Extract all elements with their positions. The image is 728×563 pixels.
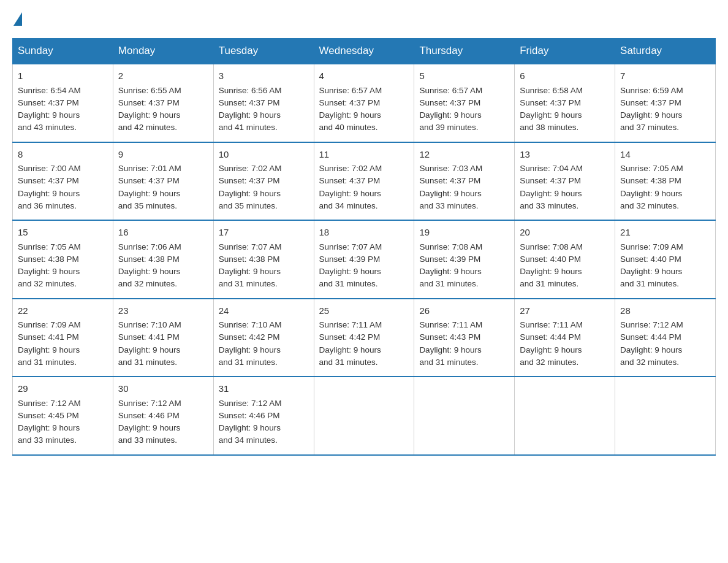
calendar-week-row: 8Sunrise: 7:00 AMSunset: 4:37 PMDaylight… — [13, 142, 716, 221]
day-number: 3 — [219, 69, 309, 83]
day-number: 25 — [319, 304, 409, 318]
calendar-cell — [615, 377, 716, 455]
day-number: 17 — [219, 226, 309, 240]
day-number: 29 — [18, 382, 108, 396]
calendar-cell: 20Sunrise: 7:08 AMSunset: 4:40 PMDayligh… — [515, 220, 615, 299]
day-number: 15 — [18, 226, 108, 240]
calendar-cell: 27Sunrise: 7:11 AMSunset: 4:44 PMDayligh… — [515, 299, 615, 377]
day-number: 9 — [118, 148, 208, 162]
calendar-week-row: 15Sunrise: 7:05 AMSunset: 4:38 PMDayligh… — [13, 220, 716, 299]
day-number: 18 — [319, 226, 409, 240]
calendar-cell: 15Sunrise: 7:05 AMSunset: 4:38 PMDayligh… — [13, 220, 113, 299]
day-number: 20 — [520, 226, 610, 240]
calendar-cell: 11Sunrise: 7:02 AMSunset: 4:37 PMDayligh… — [314, 142, 414, 221]
day-number: 21 — [620, 226, 710, 240]
calendar-cell: 30Sunrise: 7:12 AMSunset: 4:46 PMDayligh… — [113, 377, 213, 455]
day-number: 26 — [419, 304, 509, 318]
logo-triangle-icon — [13, 12, 22, 26]
calendar-cell — [414, 377, 515, 455]
day-number: 27 — [520, 304, 610, 318]
page-header — [12, 12, 716, 26]
calendar-header-sunday: Sunday — [13, 39, 113, 64]
calendar-cell: 1Sunrise: 6:54 AMSunset: 4:37 PMDaylight… — [13, 64, 113, 142]
calendar-cell: 16Sunrise: 7:06 AMSunset: 4:38 PMDayligh… — [113, 220, 213, 299]
day-number: 23 — [118, 304, 208, 318]
day-number: 7 — [620, 69, 710, 83]
calendar-header-friday: Friday — [515, 39, 615, 64]
calendar-cell: 3Sunrise: 6:56 AMSunset: 4:37 PMDaylight… — [213, 64, 314, 142]
calendar-cell: 12Sunrise: 7:03 AMSunset: 4:37 PMDayligh… — [414, 142, 515, 221]
calendar-week-row: 1Sunrise: 6:54 AMSunset: 4:37 PMDaylight… — [13, 64, 716, 142]
calendar-cell: 7Sunrise: 6:59 AMSunset: 4:37 PMDaylight… — [615, 64, 716, 142]
calendar-cell: 24Sunrise: 7:10 AMSunset: 4:42 PMDayligh… — [213, 299, 314, 377]
day-number: 6 — [520, 69, 610, 83]
calendar-cell: 18Sunrise: 7:07 AMSunset: 4:39 PMDayligh… — [314, 220, 414, 299]
day-number: 11 — [319, 148, 409, 162]
calendar-header-thursday: Thursday — [414, 39, 515, 64]
calendar-cell: 10Sunrise: 7:02 AMSunset: 4:37 PMDayligh… — [213, 142, 314, 221]
day-number: 19 — [419, 226, 509, 240]
day-number: 2 — [118, 69, 208, 83]
calendar-cell: 29Sunrise: 7:12 AMSunset: 4:45 PMDayligh… — [13, 377, 113, 455]
day-number: 16 — [118, 226, 208, 240]
calendar-cell — [515, 377, 615, 455]
calendar-week-row: 22Sunrise: 7:09 AMSunset: 4:41 PMDayligh… — [13, 299, 716, 377]
day-number: 30 — [118, 382, 208, 396]
calendar-header-wednesday: Wednesday — [314, 39, 414, 64]
calendar-table: SundayMondayTuesdayWednesdayThursdayFrid… — [12, 38, 716, 456]
calendar-header-tuesday: Tuesday — [213, 39, 314, 64]
day-number: 14 — [620, 148, 710, 162]
day-number: 24 — [219, 304, 309, 318]
calendar-cell: 19Sunrise: 7:08 AMSunset: 4:39 PMDayligh… — [414, 220, 515, 299]
calendar-header-monday: Monday — [113, 39, 213, 64]
day-number: 8 — [18, 148, 108, 162]
calendar-cell: 23Sunrise: 7:10 AMSunset: 4:41 PMDayligh… — [113, 299, 213, 377]
calendar-cell: 26Sunrise: 7:11 AMSunset: 4:43 PMDayligh… — [414, 299, 515, 377]
calendar-cell: 31Sunrise: 7:12 AMSunset: 4:46 PMDayligh… — [213, 377, 314, 455]
logo — [12, 12, 23, 26]
day-number: 10 — [219, 148, 309, 162]
calendar-cell: 9Sunrise: 7:01 AMSunset: 4:37 PMDaylight… — [113, 142, 213, 221]
calendar-week-row: 29Sunrise: 7:12 AMSunset: 4:45 PMDayligh… — [13, 377, 716, 455]
calendar-cell — [314, 377, 414, 455]
calendar-header-row: SundayMondayTuesdayWednesdayThursdayFrid… — [13, 39, 716, 64]
day-number: 31 — [219, 382, 309, 396]
calendar-cell: 13Sunrise: 7:04 AMSunset: 4:37 PMDayligh… — [515, 142, 615, 221]
day-number: 22 — [18, 304, 108, 318]
calendar-cell: 22Sunrise: 7:09 AMSunset: 4:41 PMDayligh… — [13, 299, 113, 377]
day-number: 13 — [520, 148, 610, 162]
calendar-cell: 5Sunrise: 6:57 AMSunset: 4:37 PMDaylight… — [414, 64, 515, 142]
day-number: 5 — [419, 69, 509, 83]
calendar-cell: 4Sunrise: 6:57 AMSunset: 4:37 PMDaylight… — [314, 64, 414, 142]
day-number: 4 — [319, 69, 409, 83]
calendar-cell: 21Sunrise: 7:09 AMSunset: 4:40 PMDayligh… — [615, 220, 716, 299]
day-number: 1 — [18, 69, 108, 83]
calendar-cell: 25Sunrise: 7:11 AMSunset: 4:42 PMDayligh… — [314, 299, 414, 377]
day-number: 28 — [620, 304, 710, 318]
calendar-header-saturday: Saturday — [615, 39, 716, 64]
calendar-cell: 2Sunrise: 6:55 AMSunset: 4:37 PMDaylight… — [113, 64, 213, 142]
calendar-cell: 14Sunrise: 7:05 AMSunset: 4:38 PMDayligh… — [615, 142, 716, 221]
day-number: 12 — [419, 148, 509, 162]
calendar-cell: 6Sunrise: 6:58 AMSunset: 4:37 PMDaylight… — [515, 64, 615, 142]
calendar-cell: 28Sunrise: 7:12 AMSunset: 4:44 PMDayligh… — [615, 299, 716, 377]
calendar-cell: 17Sunrise: 7:07 AMSunset: 4:38 PMDayligh… — [213, 220, 314, 299]
calendar-cell: 8Sunrise: 7:00 AMSunset: 4:37 PMDaylight… — [13, 142, 113, 221]
